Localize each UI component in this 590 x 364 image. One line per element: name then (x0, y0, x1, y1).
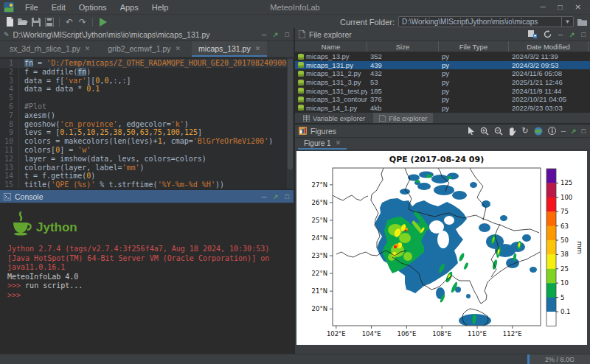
refresh-icon[interactable] (544, 30, 552, 38)
code-line[interactable]: 5 (0, 94, 294, 102)
code-line[interactable]: 11colors[0] = 'w' (0, 146, 294, 155)
panel-maximize-icon[interactable]: □ (285, 31, 289, 38)
code-line[interactable]: 2f = addfile(fn) (0, 68, 294, 77)
line-number: 1 (0, 59, 19, 68)
code-editor[interactable]: 1fn = 'D:/Temp/micaps/Z_OTHE_RADAMQPE_HO… (0, 57, 294, 189)
pan-hand-icon[interactable] (508, 127, 516, 136)
table-row[interactable]: micaps_13_contourf.py376py2022/10/21 04:… (295, 95, 590, 104)
save-button[interactable] (30, 16, 43, 28)
run-script-button[interactable] (96, 16, 109, 28)
close-icon[interactable]: ✕ (85, 45, 91, 52)
tab-variable-explorer[interactable]: Variable explorer (297, 113, 371, 123)
current-folder-combobox[interactable]: D:\Working\MIScript\Jython\mis\io\micaps… (398, 16, 574, 27)
panel-maximize-icon[interactable]: □ (285, 193, 289, 200)
chevron-down-icon[interactable]: ▼ (561, 17, 573, 27)
rotate-icon[interactable]: ↻ (521, 126, 528, 136)
menu-options[interactable]: Options (72, 0, 114, 15)
console-output[interactable]: Jython Jython 2.7.4 (tags/v2.7.4:3f256f4… (0, 203, 294, 354)
zoom-out-icon[interactable] (494, 127, 503, 136)
code-line[interactable]: 14t = f.gettime(0) (0, 172, 294, 181)
table-row[interactable]: micaps_14_1.py4kbpy2022/9/23 03:03 (295, 104, 590, 112)
line-number: 4 (0, 85, 19, 94)
code-line[interactable]: 15title('QPE (%s)' % t.strftime('%Y-%m-%… (0, 181, 294, 189)
line-number: 2 (0, 68, 19, 77)
column-header-file-type[interactable]: File Type (439, 41, 509, 52)
column-header-size[interactable]: Size (367, 41, 439, 52)
code-line[interactable]: 6#Plot (0, 102, 294, 111)
redo-button[interactable]: ↷ (76, 16, 89, 28)
editor-tab-grib2_ecmwf_1.py[interactable]: grib2_ecmwf_1.py✕ (101, 41, 187, 57)
panel-float-icon[interactable]: ↗ (273, 193, 279, 200)
editor-tab-sx_3d_rh_slice_1.py[interactable]: sx_3d_rh_slice_1.py✕ (3, 41, 97, 57)
table-row[interactable]: micaps_131_test.py185py2024/11/9 11:44 (295, 86, 590, 95)
line-number: 3 (0, 77, 19, 85)
figure-canvas[interactable]: QPE (2017-08-24 09)102°E104°E106°E108°E1… (296, 151, 587, 345)
window-minimize-button[interactable]: ─ (540, 3, 545, 11)
code-line[interactable]: 7axesm() (0, 111, 294, 120)
code-line[interactable]: 10colors = makecolors(len(levs)+1, cmap=… (0, 137, 294, 146)
line-number: 14 (0, 172, 19, 181)
code-token: 75 (153, 128, 162, 136)
code-line[interactable]: 1fn = 'D:/Temp/micaps/Z_OTHE_RADAMQPE_HO… (0, 59, 294, 68)
zoom-in-icon[interactable] (480, 127, 489, 136)
code-token: 50 (127, 128, 136, 136)
menu-help[interactable]: Help (145, 0, 176, 15)
column-header-date-modified[interactable]: Date Modified (509, 41, 589, 52)
code-token: 63 (140, 128, 149, 136)
cell-date-modified: 2024/11/6 05:08 (509, 69, 589, 77)
pointer-icon[interactable] (468, 127, 475, 135)
window-maximize-button[interactable]: □ (558, 3, 563, 11)
editor-tab-micaps_131.py[interactable]: micaps_131.py✕ (192, 41, 267, 57)
column-header-name[interactable]: Name (295, 41, 367, 52)
tab-figure-1[interactable]: Figure 1 ✕ (298, 138, 347, 150)
code-line-content: colors = makecolors(len(levs)+1, cmap='B… (24, 137, 273, 146)
panel-minimize-icon[interactable]: ─ (262, 193, 266, 200)
code-token: fn (77, 68, 86, 76)
table-row[interactable]: micaps_131_3.py53py2025/1/21 12:46 (295, 78, 590, 87)
code-line[interactable]: 9levs = [0.1,5,10,25,38,50,63,75,100,125… (0, 128, 294, 137)
editor-scrollbar[interactable] (287, 57, 294, 189)
save-as-button[interactable] (43, 16, 56, 28)
editor-scrollbar-thumb[interactable] (288, 59, 293, 169)
browse-folder-button[interactable] (577, 18, 587, 26)
close-icon[interactable]: ✕ (176, 45, 181, 52)
code-line[interactable]: 8geoshow('cn_province', edgecolor='k') (0, 120, 294, 129)
menu-file[interactable]: File (18, 0, 45, 15)
panel-float-icon[interactable]: ↗ (569, 31, 575, 38)
current-folder-value: D:\Working\MIScript\Jython\mis\io\micaps (399, 18, 561, 26)
close-icon[interactable]: ✕ (255, 45, 261, 52)
toolbar-separator (59, 18, 60, 27)
panel-float-icon[interactable]: ↗ (273, 31, 279, 38)
panel-minimize-icon[interactable]: ─ (262, 31, 266, 38)
close-icon[interactable]: ✕ (336, 139, 341, 147)
table-row[interactable]: micaps_131.py439py2024/3/2 09:53 (295, 61, 590, 70)
code-line[interactable]: 3data = f['var'][0,0,:,:] (0, 77, 294, 85)
globe-icon[interactable] (534, 127, 543, 136)
save-icon (32, 18, 41, 27)
panel-minimize-icon[interactable]: ─ (558, 31, 563, 38)
paste-path-icon[interactable] (528, 30, 537, 38)
console-icon (4, 193, 11, 200)
panel-maximize-icon[interactable]: □ (582, 127, 586, 135)
panel-float-icon[interactable]: ↗ (571, 127, 577, 135)
edit-document-icon: ✎ (4, 31, 10, 38)
code-line[interactable]: 13colorbar(layer, label='mm') (0, 164, 294, 172)
memory-indicator[interactable]: 2% / 8.0G (527, 354, 590, 364)
panel-maximize-icon[interactable]: □ (582, 31, 586, 38)
code-token: 100 (167, 128, 180, 136)
panel-minimize-icon[interactable]: ─ (561, 127, 566, 135)
undo-button[interactable]: ↶ (63, 16, 76, 28)
window-close-button[interactable]: ✕ (575, 3, 581, 11)
menu-apps[interactable]: Apps (114, 0, 145, 15)
new-file-button[interactable] (3, 16, 16, 28)
table-row[interactable]: micaps_13.py352py2024/3/2 11:39 (295, 52, 590, 61)
table-row[interactable]: micaps_131_2.py432py2024/11/6 05:08 (295, 69, 590, 78)
code-line[interactable]: 4data = data * 0.1 (0, 85, 294, 94)
open-file-button[interactable] (16, 16, 30, 28)
menu-edit[interactable]: Edit (45, 0, 72, 15)
svg-text:5: 5 (560, 294, 564, 301)
info-icon[interactable] (548, 127, 556, 135)
code-line[interactable]: 12layer = imshow(data, levs, colors=colo… (0, 155, 294, 164)
console-line: Jython 2.7.4 (tags/v2.7.4:3f256f4a7, Aug… (7, 245, 294, 254)
tab-file-explorer[interactable]: File explorer (373, 113, 433, 123)
